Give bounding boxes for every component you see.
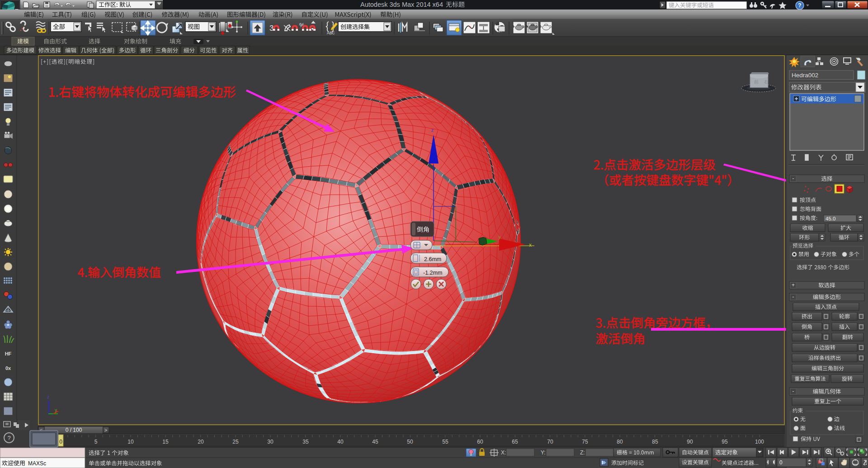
svg-text:0: 0 [59,439,62,445]
svg-text:0: 0 [779,459,783,466]
svg-text:10: 10 [127,439,134,445]
svg-text:5: 5 [94,439,98,445]
svg-text:50: 50 [407,439,413,445]
svg-text:30: 30 [267,439,274,445]
svg-text:90: 90 [687,439,693,445]
svg-text:25: 25 [232,439,239,445]
svg-text:Hedra002: Hedra002 [792,72,818,79]
svg-text:Z:: Z: [580,449,585,456]
svg-text:Y:: Y: [541,449,546,456]
svg-text:>: > [104,427,107,433]
svg-text:60: 60 [477,439,483,445]
svg-text:?: ? [798,2,801,9]
svg-text:15: 15 [162,439,169,445]
svg-text:-1.2mm: -1.2mm [423,270,442,276]
svg-text:0x: 0x [5,365,11,371]
svg-text:HF: HF [5,351,12,356]
svg-text:20: 20 [198,439,204,445]
svg-text:65: 65 [512,439,518,445]
svg-text:75: 75 [582,439,588,445]
svg-text:?: ? [7,435,10,441]
svg-text:40: 40 [337,439,344,445]
svg-text:95: 95 [722,439,728,445]
svg-text:55: 55 [442,439,448,445]
svg-text:-: - [793,388,794,394]
svg-text:80: 80 [617,439,623,445]
svg-text:45: 45 [372,439,378,445]
svg-text:MAXSc: MAXSc [28,460,46,467]
svg-text:35: 35 [302,439,309,445]
svg-text:Autodesk 3ds Max 2014 x64: Autodesk 3ds Max 2014 x64 [360,1,443,8]
svg-text:+: + [792,282,795,288]
svg-text:-: - [793,175,794,182]
svg-text:-: - [793,294,794,300]
svg-text:2.6mm: 2.6mm [424,256,441,262]
svg-text:45.0: 45.0 [826,216,835,221]
svg-text:85: 85 [652,439,658,445]
svg-text:0 / 100: 0 / 100 [66,427,82,433]
svg-text:ABC: ABC [327,31,335,35]
svg-text:100: 100 [755,439,764,445]
svg-text:70: 70 [547,439,553,445]
svg-text:X:: X: [501,449,506,456]
